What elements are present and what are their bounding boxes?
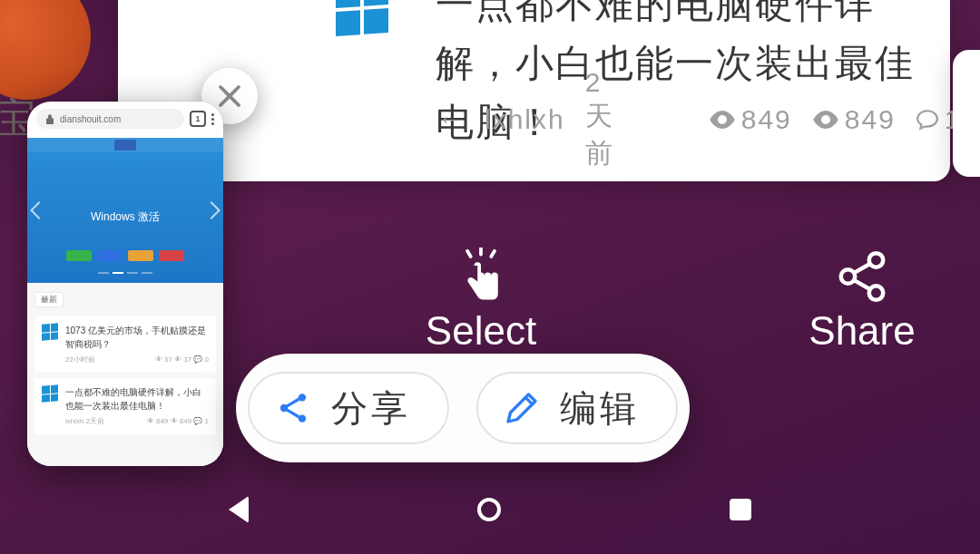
- lock-icon: [45, 113, 54, 124]
- share-icon: [275, 390, 311, 426]
- svg-point-3: [841, 269, 856, 284]
- post-meta-left: lxhlxh 2天前: [65, 416, 104, 427]
- screenshot-action-bar: 分享 编辑: [236, 354, 690, 462]
- close-icon: [216, 83, 243, 110]
- post-text: 一点都不难的电脑硬件详解，小白也能一次装出最佳电脑！: [65, 385, 209, 413]
- share-button[interactable]: 分享: [248, 372, 449, 444]
- feed-post: 一点都不难的电脑硬件详解，小白也能一次装出最佳电脑！ lxhlxh 2天前👁 8…: [34, 378, 216, 434]
- windows-icon: [336, 0, 388, 36]
- article-time: 2天前: [585, 67, 614, 172]
- page-feed: 最新 1073 亿美元的市场，手机贴膜还是智商税吗？ 22小时前👁 37 👁 3…: [27, 283, 223, 466]
- overview-select-label: Select: [363, 308, 599, 354]
- hero-buttons: [27, 250, 223, 261]
- nav-back-button[interactable]: [229, 496, 249, 523]
- carousel-prev-icon: [30, 201, 48, 219]
- svg-line-1: [467, 250, 471, 256]
- views-b: 849: [812, 104, 896, 135]
- overview-action-select[interactable]: Select: [363, 245, 599, 354]
- screenshot-thumbnail[interactable]: dianshouit.com 1 Windows 激活 最新 1073 亿美元的…: [27, 102, 223, 466]
- share-button-label: 分享: [331, 384, 411, 433]
- edit-button[interactable]: 编辑: [476, 372, 678, 444]
- nav-home-button[interactable]: [477, 498, 501, 521]
- touch-icon: [454, 248, 508, 306]
- carousel-next-icon: [202, 201, 220, 219]
- reply-arrow-icon: ←: [437, 105, 465, 134]
- post-meta-right: 👁 849 👁 849 💬 1: [147, 416, 209, 427]
- chrome-tab-count: 1: [190, 111, 206, 127]
- chrome-menu-icon: [211, 113, 214, 125]
- overview-share-label: Share: [744, 308, 980, 354]
- chrome-url-host: dianshouit.com: [60, 114, 121, 124]
- article-author: lxhlxh: [485, 104, 565, 135]
- article-meta: ← lxhlxh 2天前 849 849 1: [437, 67, 962, 172]
- feed-post: 1073 亿美元的市场，手机贴膜还是智商税吗？ 22小时前👁 37 👁 37 💬…: [34, 316, 216, 373]
- hero-text: Windows 激活: [85, 191, 165, 230]
- svg-point-4: [869, 253, 884, 267]
- page-hero: Windows 激活: [27, 138, 223, 283]
- svg-point-5: [869, 286, 884, 300]
- share-icon: [834, 248, 890, 305]
- pencil-icon: [504, 390, 540, 426]
- system-nav-bar: [0, 487, 980, 532]
- post-meta-right: 👁 37 👁 37 💬 0: [155, 355, 209, 365]
- svg-line-7: [854, 280, 870, 289]
- chrome-omnibar: dianshouit.com 1: [27, 102, 223, 138]
- background-side-card: [953, 50, 980, 177]
- svg-line-12: [287, 410, 299, 417]
- svg-line-6: [854, 264, 870, 273]
- svg-line-2: [491, 250, 495, 256]
- svg-line-11: [287, 399, 299, 406]
- views-a: 849: [709, 104, 792, 135]
- feed-tag: 最新: [34, 292, 64, 307]
- post-text: 1073 亿美元的市场，手机贴膜还是智商税吗？: [65, 324, 209, 351]
- overview-action-share[interactable]: Share: [744, 245, 980, 354]
- edit-button-label: 编辑: [560, 384, 640, 433]
- windows-icon: [42, 323, 58, 340]
- nav-recents-button[interactable]: [730, 499, 751, 520]
- carousel-dots: [27, 272, 223, 274]
- chrome-url-box: dianshouit.com: [36, 109, 184, 129]
- post-meta-left: 22小时前: [65, 355, 95, 365]
- windows-icon: [42, 384, 58, 402]
